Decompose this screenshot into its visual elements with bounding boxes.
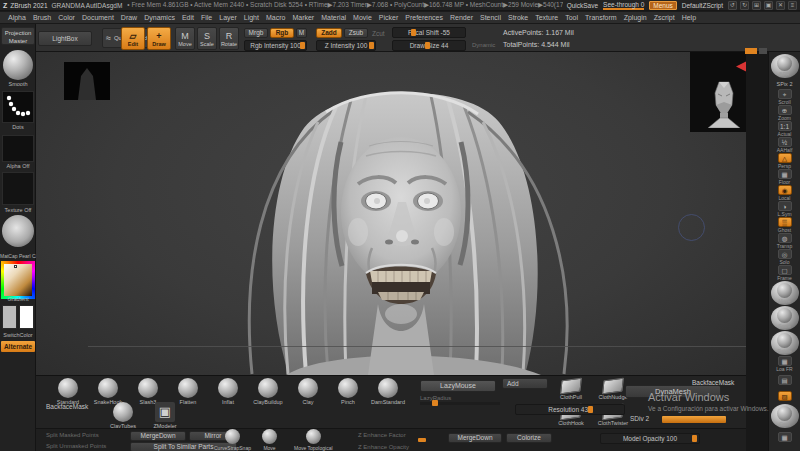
draw-size-slider[interactable]: Draw Size 44	[392, 40, 466, 51]
resolution-slider[interactable]: Resolution 432	[515, 404, 625, 415]
mrgb-button[interactable]: Mrgb	[244, 28, 268, 38]
slider-nub[interactable]	[418, 438, 426, 442]
brush-button[interactable]: Standard	[48, 378, 88, 405]
right-shelf-button[interactable]: Rotate	[771, 331, 799, 355]
mergedown-button[interactable]: MergeDown	[130, 431, 186, 441]
stroke-thumbnail[interactable]	[2, 91, 34, 123]
menu-item[interactable]: Alpha	[8, 14, 26, 21]
menu-item[interactable]: Material	[321, 14, 346, 21]
titlebar-tool-icon[interactable]: ↻	[740, 1, 749, 10]
titlebar-tool-icon[interactable]: ✕	[776, 1, 785, 10]
color-picker[interactable]	[1, 261, 35, 299]
right-shelf-button[interactable]: ⌖ Scroll	[771, 89, 799, 104]
alternate-button[interactable]: Alternate	[1, 341, 35, 352]
current-brush-thumbnail[interactable]	[3, 50, 33, 80]
move-brush-button[interactable]: Move	[262, 429, 277, 451]
rgb-intensity-slider[interactable]: Rgb Intensity 100	[244, 40, 307, 51]
slider-nub[interactable]	[692, 435, 697, 442]
curvestrapsnap-brush-button[interactable]: CurveStrapSnap	[214, 429, 251, 451]
texture-thumbnail[interactable]	[2, 172, 34, 205]
menu-item[interactable]: Texture	[535, 14, 558, 21]
menu-item[interactable]: Stroke	[508, 14, 528, 21]
brush-button[interactable]: DamStandard	[368, 378, 408, 405]
color-picker-square[interactable]	[4, 264, 32, 296]
menu-item[interactable]: Transform	[585, 14, 617, 21]
cloth-brush-button[interactable]: ClothPull	[550, 376, 592, 402]
edit-button[interactable]: ▱ Edit	[121, 27, 145, 50]
menu-item[interactable]: Tool	[565, 14, 578, 21]
menu-item[interactable]: Brush	[33, 14, 51, 21]
split-masked-points-button[interactable]: Split Masked Points	[46, 432, 99, 438]
right-shelf-button[interactable]: Cam	[771, 404, 799, 428]
main-color-swatch[interactable]	[2, 305, 17, 329]
right-shelf-button[interactable]: ◑ L.Sym	[771, 201, 799, 216]
menu-item[interactable]: Marker	[292, 14, 314, 21]
switchcolor-button[interactable]: SwitchColor	[0, 332, 36, 338]
right-shelf-button[interactable]: ◍ Transp	[771, 233, 799, 248]
material-thumbnail[interactable]	[2, 215, 34, 247]
blend-mode-add-button[interactable]: Add	[502, 378, 548, 389]
brush-button[interactable]: ClayTubes	[102, 402, 144, 429]
menu-item[interactable]: Preferences	[405, 14, 443, 21]
menu-item[interactable]: Layer	[219, 14, 237, 21]
z-enhance-opacity-slider[interactable]: Z Enhance Opacity	[358, 444, 409, 450]
titlebar-tool-icon[interactable]: ⊞	[752, 1, 761, 10]
right-shelf-button[interactable]: ◉ Local	[771, 185, 799, 200]
lazymouse-button[interactable]: LazyMouse	[420, 380, 496, 392]
colorize-button[interactable]: Colorize	[506, 433, 552, 443]
menu-item[interactable]: Render	[450, 14, 473, 21]
m-button[interactable]: M	[296, 28, 307, 38]
brush-button[interactable]: SnakeHook	[88, 378, 128, 405]
menu-item[interactable]: Draw	[121, 14, 137, 21]
right-shelf-button[interactable]: Move	[771, 281, 799, 305]
backfacemask-toggle-left[interactable]: BackfaceMask	[46, 403, 88, 410]
slider-nub[interactable]	[411, 29, 416, 36]
draw-button[interactable]: + Draw	[147, 27, 171, 50]
scale-button[interactable]: S Scale	[197, 27, 217, 50]
alpha-thumbnail[interactable]	[2, 135, 34, 162]
right-shelf-button[interactable]: Scale	[771, 306, 799, 330]
menu-item[interactable]: Light	[244, 14, 259, 21]
right-shelf-button[interactable]: ½ AAHalf	[771, 137, 799, 152]
menu-item[interactable]: Movie	[353, 14, 372, 21]
move-button[interactable]: M Move	[175, 27, 195, 50]
brush-button[interactable]: Inflat	[208, 378, 248, 405]
right-shelf-button[interactable]: ▤	[771, 372, 799, 387]
menu-item[interactable]: Document	[82, 14, 114, 21]
quicksave-button[interactable]: QuickSave	[567, 2, 598, 9]
zcut-button[interactable]: Zcut	[372, 30, 385, 37]
z-intensity-slider[interactable]: Z Intensity 100	[316, 40, 376, 51]
split-unmasked-points-button[interactable]: Split Unmasked Points	[46, 443, 106, 449]
dynamic-toggle[interactable]: Dynamic	[472, 42, 495, 48]
menu-item[interactable]: Picker	[379, 14, 398, 21]
slider-nub[interactable]	[425, 42, 430, 49]
sculpt-viewport[interactable]	[36, 52, 746, 375]
menu-item[interactable]: Help	[682, 14, 696, 21]
right-shelf-button[interactable]: SPix 2	[771, 79, 799, 88]
lazyradius-slider[interactable]	[420, 402, 500, 405]
menu-item[interactable]: Dynamics	[144, 14, 175, 21]
menu-item[interactable]: Edit	[182, 14, 194, 21]
z-enhance-factor-slider[interactable]: Z Enhance Factor	[358, 432, 406, 438]
menu-item[interactable]: Color	[58, 14, 75, 21]
right-shelf-button[interactable]: 1:1 Actual	[771, 121, 799, 136]
model-opacity-slider[interactable]: Model Opacity 100	[600, 433, 700, 444]
divider-handle-orange[interactable]	[745, 48, 757, 54]
brush-button[interactable]: ▣ ZModeler	[144, 402, 186, 429]
secondary-color-swatch[interactable]	[19, 305, 34, 329]
brush-button[interactable]: Clay	[288, 378, 328, 405]
titlebar-tool-icon[interactable]: ↺	[728, 1, 737, 10]
menu-item[interactable]: Stencil	[480, 14, 501, 21]
right-shelf-button[interactable]: △ Persp	[771, 153, 799, 168]
lightbox-button[interactable]: LightBox	[38, 31, 92, 46]
right-shelf-button[interactable]: ▦ Loa FR	[771, 356, 799, 371]
divider-handle-gray[interactable]	[759, 48, 767, 54]
menu-item[interactable]: Zscript	[654, 14, 675, 21]
zadd-button[interactable]: Zadd	[316, 28, 342, 38]
right-shelf-button[interactable]: ▦	[771, 429, 799, 444]
right-shelf-button[interactable]: ▢ Frame	[771, 265, 799, 280]
slider-nub[interactable]	[432, 400, 438, 406]
rgb-button[interactable]: Rgb	[270, 28, 294, 38]
titlebar-tool-icon[interactable]: ▣	[764, 1, 773, 10]
right-shelf-button[interactable]: ⊕ Zoom	[771, 105, 799, 120]
